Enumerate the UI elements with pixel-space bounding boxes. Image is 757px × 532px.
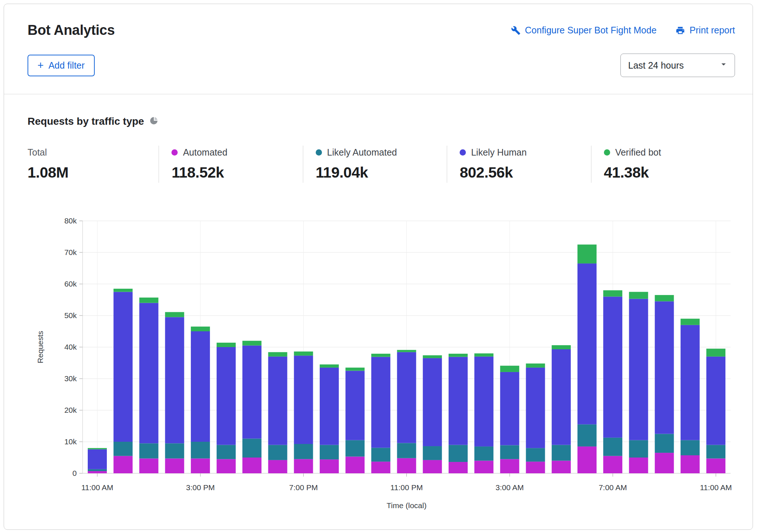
svg-text:11:00 PM: 11:00 PM [390,483,423,492]
bar-segment [191,331,210,442]
bar-segment [88,449,107,469]
stat-likely-human-value: 802.56k [460,164,591,181]
printer-icon [675,26,685,35]
bar-segment [474,353,493,357]
bar-segment [88,448,107,449]
print-report-link[interactable]: Print report [675,25,735,36]
panel-header: Bot Analytics Configure Super Bot Fight … [4,4,753,94]
bar-segment [500,459,519,473]
pie-chart-icon [149,116,158,127]
bar-segment [139,443,158,458]
svg-text:3:00 AM: 3:00 AM [496,483,524,492]
chart-container: 010k20k30k40k50k60k70k80k11:00 AM3:00 PM… [28,206,735,512]
plus-icon: + [37,60,44,71]
bar-segment [113,289,133,292]
bar-segment [397,352,416,443]
bar-segment [139,303,158,444]
bar-segment [88,469,107,471]
bar-segment [294,459,313,473]
bar-segment [294,356,313,444]
bar-segment [526,364,545,368]
stat-automated[interactable]: Automated 118.52k [159,146,303,183]
svg-text:11:00 AM: 11:00 AM [700,483,732,492]
bar-segment [217,343,236,347]
svg-text:80k: 80k [64,216,77,225]
bar-segment [320,459,339,473]
bar-segment [449,357,468,445]
stat-likely-automated[interactable]: Likely Automated 119.04k [303,146,447,183]
bar-segment [526,462,545,473]
bar-segment [268,357,287,445]
bar-segment [526,448,545,462]
bar-segment [500,445,519,459]
bar-segment [371,357,390,448]
bar-segment [217,347,236,445]
bar-segment [345,440,365,457]
bar-segment [552,445,571,461]
traffic-type-stats: Total 1.08M Automated 118.52k Likely Aut… [28,146,735,183]
svg-text:50k: 50k [64,311,77,320]
bar-segment [577,447,597,473]
stat-verified-bot[interactable]: Verified bot 41.38k [591,146,735,183]
stat-total-value: 1.08M [28,164,159,181]
bar-segment [217,445,236,459]
bar-segment [423,446,442,460]
bar-segment [371,462,390,473]
print-report-label: Print report [689,25,735,36]
bar-segment [681,325,700,440]
svg-text:7:00 AM: 7:00 AM [599,483,627,492]
bar-segment [217,459,236,473]
bar-segment [397,443,416,458]
bar-segment [191,327,210,331]
bar-segment [681,455,700,473]
bar-segment [655,434,674,453]
bar-segment [423,460,442,473]
svg-text:Time (local): Time (local) [387,501,427,510]
bar-segment [268,445,287,460]
bar-segment [397,458,416,473]
svg-text:7:00 PM: 7:00 PM [289,483,318,492]
svg-text:0: 0 [72,469,77,477]
bar-segment [603,296,622,437]
bar-segment [165,443,184,458]
bar-segment [242,438,261,458]
bar-segment [629,299,648,440]
time-range-select[interactable]: Last 24 hours [620,54,735,77]
bar-segment [474,461,493,473]
bar-segment [629,440,648,458]
panel-body: Requests by traffic type Total 1.08M Aut… [4,94,753,512]
bar-segment [655,295,674,301]
bar-segment [139,298,158,303]
bar-segment [268,460,287,473]
stat-likely-human[interactable]: Likely Human 802.56k [447,146,591,183]
svg-text:10k: 10k [64,437,77,446]
bar-segment [474,357,493,447]
stat-total-label: Total [28,147,159,158]
stat-total: Total 1.08M [28,146,159,183]
bar-segment [191,459,210,473]
bar-segment [320,368,339,445]
bot-analytics-panel: Bot Analytics Configure Super Bot Fight … [4,4,753,530]
bar-segment [500,366,519,372]
bar-segment [191,442,210,459]
svg-text:11:00 AM: 11:00 AM [81,483,113,492]
bar-segment [294,351,313,356]
configure-super-bot-fight-mode-link[interactable]: Configure Super Bot Fight Mode [511,25,657,36]
bar-segment [345,371,365,440]
configure-link-label: Configure Super Bot Fight Mode [525,25,657,36]
bar-segment [603,438,622,456]
bar-segment [706,445,725,459]
bar-segment [345,456,365,473]
bar-segment [552,349,571,445]
automated-legend-dot [171,149,178,156]
bar-segment [577,263,597,424]
bar-segment [113,442,133,456]
likely-human-legend-dot [460,149,466,156]
bar-segment [655,453,674,473]
bar-segment [449,462,468,473]
add-filter-button[interactable]: + Add filter [28,55,95,76]
bar-segment [242,346,261,439]
stat-automated-label: Automated [183,147,227,158]
time-range-value: Last 24 hours [628,60,684,71]
stat-likely-automated-value: 119.04k [316,164,447,181]
